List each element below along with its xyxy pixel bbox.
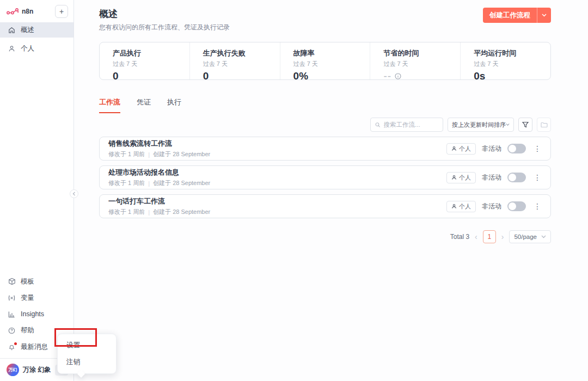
page-header-text: 概述 您有权访问的所有工作流程、凭证及执行记录 — [99, 8, 230, 32]
stat-time-saved: 节省的时间 过去 7 天 -- — [370, 42, 460, 79]
sidebar-item-variables[interactable]: 变量 — [0, 290, 74, 306]
workflow-row[interactable]: 销售线索流转工作流 修改于 1 周前 | 创建于 28 September 个人… — [99, 137, 551, 161]
page-number[interactable]: 1 — [483, 230, 496, 243]
search-input[interactable] — [384, 121, 438, 128]
filter-button[interactable] — [518, 118, 532, 132]
stat-avg-runtime: 平均运行时间 过去 7 天 0s — [460, 42, 550, 79]
toggle-knob — [509, 145, 516, 152]
stat-prod-executions: 产品执行 过去 7 天 0 — [100, 42, 189, 79]
workflow-row-controls: 个人 非活动 ⋮ — [446, 172, 543, 183]
page-size-select[interactable]: 50/page — [509, 230, 551, 243]
active-toggle[interactable] — [507, 144, 526, 153]
sidebar-item-templates[interactable]: 模板 — [0, 273, 74, 290]
stat-value: 0 — [113, 70, 189, 82]
workflow-row-text: 处理市场活动报名信息 修改于 1 周前 | 创建于 28 September — [108, 168, 210, 187]
sidebar-item-label: 概述 — [21, 26, 34, 35]
sidebar-item-label: 个人 — [21, 44, 34, 53]
person-icon — [451, 204, 457, 209]
menu-item-settings[interactable]: 设置 — [58, 337, 116, 354]
n8n-logo-text: n8n — [22, 8, 33, 15]
help-icon — [8, 327, 16, 334]
meta-separator: | — [148, 180, 150, 187]
stats-bar: 产品执行 过去 7 天 0 生产执行失败 过去 7 天 0 故障率 过去 7 天… — [99, 42, 551, 80]
person-icon — [451, 175, 457, 180]
stat-value: -- — [383, 70, 460, 82]
sidebar-collapse-button[interactable] — [70, 189, 78, 198]
tab-credentials[interactable]: 凭证 — [137, 97, 151, 113]
search-icon — [375, 122, 381, 128]
sort-select-value: 按上次更新时间排序 — [452, 121, 506, 129]
active-toggle[interactable] — [507, 173, 526, 182]
workflow-modified: 修改于 1 周前 — [108, 150, 145, 158]
create-workflow-caret[interactable] — [537, 8, 551, 23]
workflow-row[interactable]: 一句话打车工作流 修改于 1 周前 | 创建于 28 September 个人 … — [99, 194, 551, 218]
workflow-created: 创建于 28 September — [153, 208, 210, 216]
row-menu-button[interactable]: ⋮ — [532, 173, 543, 182]
workflow-meta: 修改于 1 周前 | 创建于 28 September — [108, 208, 210, 216]
workflow-title: 销售线索流转工作流 — [108, 139, 210, 149]
sidebar-item-personal[interactable]: 个人 — [0, 41, 74, 56]
stat-title: 故障率 — [293, 48, 370, 58]
folder-icon — [541, 122, 548, 128]
person-icon — [8, 45, 16, 52]
prev-page-button[interactable]: ‹ — [475, 232, 477, 241]
menu-item-sign-out[interactable]: 注销 — [58, 354, 116, 371]
stat-title: 平均运行时间 — [474, 48, 550, 58]
owner-badge-label: 个人 — [459, 202, 471, 211]
stat-period: 过去 7 天 — [383, 60, 460, 68]
stat-title: 节省的时间 — [383, 48, 460, 58]
stat-value: 0% — [293, 70, 370, 82]
sidebar-item-overview[interactable]: 概述 — [0, 22, 74, 38]
workflow-status-label: 非活动 — [482, 173, 501, 182]
filter-icon — [522, 121, 529, 128]
owner-badge: 个人 — [446, 172, 476, 183]
user-menu-popup: 设置 注销 — [57, 334, 117, 374]
sidebar-item-label: 最新消息 — [21, 342, 48, 352]
stat-title: 生产执行失败 — [203, 48, 280, 58]
create-workflow-button[interactable]: 创建工作流程 — [483, 8, 537, 23]
page-size-value: 50/page — [514, 233, 537, 240]
info-icon — [395, 73, 401, 79]
bell-icon — [8, 343, 16, 351]
workflow-created: 创建于 28 September — [153, 179, 210, 187]
workflow-row[interactable]: 处理市场活动报名信息 修改于 1 周前 | 创建于 28 September 个… — [99, 165, 551, 189]
create-workflow-split-button: 创建工作流程 — [483, 8, 551, 23]
stat-failed-executions: 生产执行失败 过去 7 天 0 — [189, 42, 280, 79]
workflow-row-controls: 个人 非活动 ⋮ — [446, 143, 543, 155]
list-toolbar: 按上次更新时间排序 — [99, 118, 551, 132]
workflow-title: 处理市场活动报名信息 — [108, 168, 210, 177]
tab-executions[interactable]: 执行 — [167, 97, 181, 113]
stat-period: 过去 7 天 — [293, 60, 370, 68]
package-icon — [8, 278, 16, 285]
meta-separator: | — [148, 151, 150, 158]
tab-workflows[interactable]: 工作流 — [99, 97, 120, 113]
page-header: 概述 您有权访问的所有工作流程、凭证及执行记录 创建工作流程 — [99, 8, 551, 32]
workflow-meta: 修改于 1 周前 | 创建于 28 September — [108, 179, 210, 187]
stat-period: 过去 7 天 — [474, 60, 550, 68]
variable-icon — [8, 294, 16, 302]
sidebar-item-label: Insights — [21, 310, 44, 318]
workflow-status-label: 非活动 — [482, 202, 501, 211]
pagination: Total 3 ‹ 1 › 50/page — [99, 230, 551, 243]
toggle-knob — [509, 202, 516, 210]
row-menu-button[interactable]: ⋮ — [532, 144, 543, 153]
owner-badge-label: 个人 — [459, 174, 471, 182]
toggle-knob — [509, 174, 516, 181]
row-menu-button[interactable]: ⋮ — [532, 202, 543, 211]
active-toggle[interactable] — [507, 201, 526, 211]
sort-select[interactable]: 按上次更新时间排序 — [448, 118, 514, 132]
owner-badge: 个人 — [446, 143, 476, 155]
sidebar-item-insights[interactable]: Insights — [0, 306, 74, 322]
workflow-meta: 修改于 1 周前 | 创建于 28 September — [108, 150, 210, 158]
next-page-button[interactable]: › — [501, 232, 504, 241]
user-name: 万涂 幻象 — [23, 365, 51, 374]
bar-chart-icon — [8, 311, 16, 318]
page-subtitle: 您有权访问的所有工作流程、凭证及执行记录 — [99, 23, 230, 32]
add-workflow-button[interactable]: + — [55, 5, 68, 18]
sidebar-item-label: 变量 — [21, 293, 34, 303]
sidebar-spacer — [0, 59, 74, 273]
stat-period: 过去 7 天 — [113, 60, 189, 68]
sidebar-header: n8n + — [0, 0, 74, 22]
stat-title: 产品执行 — [113, 48, 189, 58]
folder-button[interactable] — [537, 118, 551, 132]
